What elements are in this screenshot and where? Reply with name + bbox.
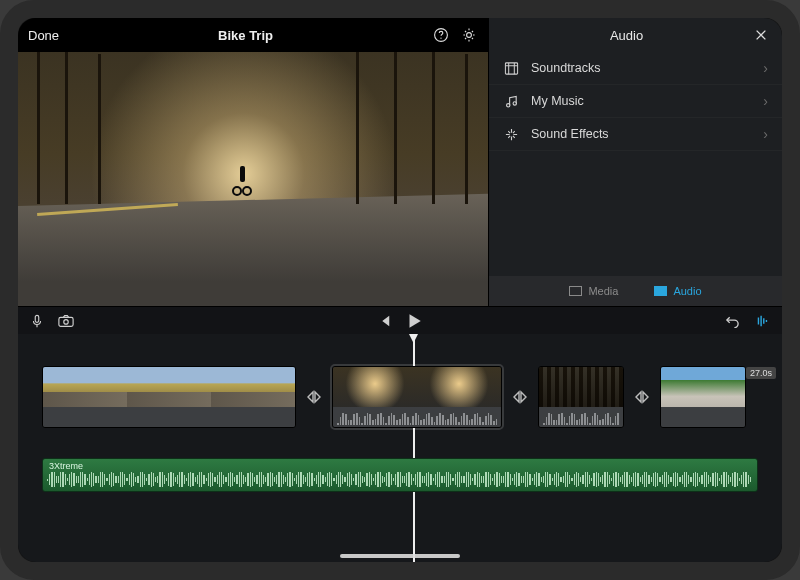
audio-panel: Audio Soundtracks › My Music (488, 18, 782, 306)
video-clip[interactable] (538, 366, 624, 428)
svg-point-4 (506, 103, 509, 106)
undo-icon[interactable] (725, 314, 740, 328)
audio-clip-label: 3Xtreme (49, 461, 83, 471)
video-clip[interactable] (660, 366, 746, 428)
video-clip[interactable] (332, 366, 502, 428)
video-viewer[interactable] (18, 52, 488, 306)
list-item-soundtracks[interactable]: Soundtracks › (489, 52, 782, 85)
panel-tabs: Media Audio (489, 276, 782, 306)
media-icon (569, 286, 582, 296)
video-track (42, 366, 758, 444)
skip-back-icon[interactable] (377, 314, 391, 328)
play-button[interactable] (405, 312, 423, 330)
preview-pane: Done Bike Trip (18, 18, 488, 306)
list-item-label: Sound Effects (531, 127, 609, 141)
settings-icon[interactable] (460, 26, 478, 44)
sparkle-icon (503, 126, 519, 142)
svg-point-1 (440, 38, 441, 39)
timeline[interactable]: 27.0s (18, 334, 782, 562)
audio-waveform-settings-icon[interactable] (754, 314, 770, 328)
music-note-icon (503, 93, 519, 109)
chevron-right-icon: › (763, 60, 768, 76)
close-icon[interactable] (752, 26, 770, 44)
voiceover-mic-icon[interactable] (30, 314, 44, 328)
svg-point-8 (64, 319, 68, 323)
camera-icon[interactable] (58, 314, 74, 328)
svg-rect-6 (35, 315, 39, 322)
audio-category-list: Soundtracks › My Music › Sound Effects › (489, 52, 782, 276)
video-clip[interactable] (42, 366, 296, 428)
audio-icon (654, 286, 667, 296)
svg-point-5 (513, 101, 516, 104)
chevron-right-icon: › (763, 126, 768, 142)
tab-label: Audio (673, 285, 701, 297)
svg-point-2 (467, 33, 472, 38)
done-button[interactable]: Done (28, 28, 59, 43)
app-screen: Done Bike Trip A (18, 18, 782, 562)
transition-icon[interactable] (632, 366, 652, 428)
list-item-label: Soundtracks (531, 61, 600, 75)
list-item-label: My Music (531, 94, 584, 108)
transition-icon[interactable] (510, 366, 530, 428)
transport-bar (18, 306, 782, 334)
clip-duration-chip: 27.0s (746, 367, 776, 379)
tab-audio[interactable]: Audio (654, 285, 701, 297)
panel-title: Audio (501, 28, 752, 43)
transition-icon[interactable] (304, 366, 324, 428)
svg-rect-3 (505, 62, 517, 73)
tab-label: Media (588, 285, 618, 297)
project-title: Bike Trip (59, 28, 432, 43)
tab-media[interactable]: Media (569, 285, 618, 297)
list-item-my-music[interactable]: My Music › (489, 85, 782, 118)
help-icon[interactable] (432, 26, 450, 44)
list-item-sound-effects[interactable]: Sound Effects › (489, 118, 782, 151)
audio-clip[interactable]: 3Xtreme (42, 458, 758, 492)
home-indicator[interactable] (340, 554, 460, 558)
svg-rect-7 (59, 317, 73, 326)
soundtracks-icon (503, 60, 519, 76)
chevron-right-icon: › (763, 93, 768, 109)
